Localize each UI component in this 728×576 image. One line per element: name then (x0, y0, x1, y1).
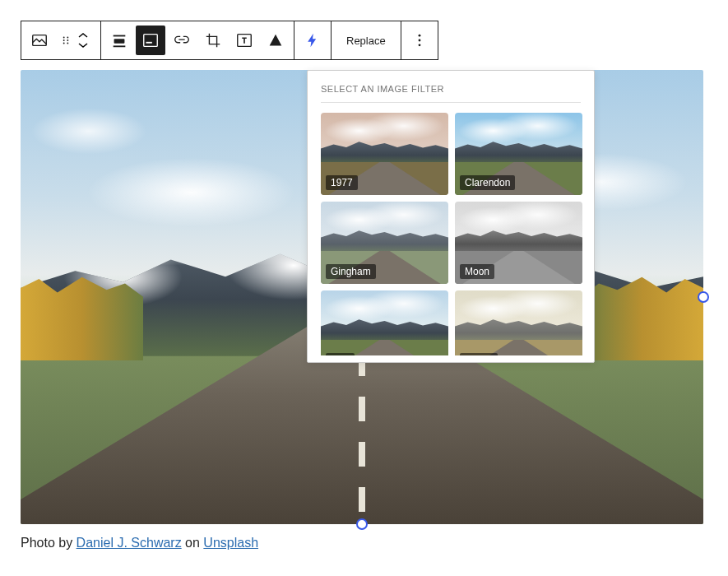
toolbar-group-filter (294, 21, 332, 59)
drag-handle[interactable] (56, 26, 76, 55)
filter-popover: Select an image filter 1977 Clarendon (307, 70, 595, 363)
drag-icon (60, 35, 72, 46)
filter-label: Gingham (326, 264, 376, 279)
svg-point-5 (63, 43, 65, 44)
svg-point-3 (63, 39, 65, 41)
filter-option-clarendon[interactable]: Clarendon (455, 113, 582, 195)
text-overlay-icon (235, 31, 253, 49)
popover-title: Select an image filter (321, 84, 581, 103)
text-overlay-button[interactable] (230, 26, 259, 55)
crop-icon (204, 31, 222, 49)
toolbar-group-more (401, 21, 438, 59)
filter-label: 1977 (326, 175, 358, 190)
svg-rect-9 (114, 45, 126, 47)
caption-text-middle: on (182, 536, 204, 550)
svg-rect-10 (144, 35, 158, 47)
svg-point-4 (67, 39, 68, 41)
filter-option-moon[interactable]: Moon (455, 202, 582, 284)
bolt-icon (304, 32, 321, 49)
svg-point-2 (67, 37, 68, 39)
image-icon (30, 31, 49, 49)
resize-handle-right[interactable] (698, 291, 709, 303)
caption-author-link[interactable]: Daniel J. Schwarz (77, 536, 182, 550)
resize-handle-bottom[interactable] (356, 518, 368, 530)
toolbar-group-replace: Replace (332, 21, 401, 59)
caption-icon (141, 31, 160, 49)
block-mover[interactable] (77, 26, 97, 55)
filter-option-lark[interactable]: Lark (321, 290, 448, 355)
filter-label: Lark (326, 353, 355, 355)
block-toolbar: Replace (21, 21, 438, 60)
duotone-icon (267, 31, 285, 49)
duotone-button[interactable] (261, 26, 290, 55)
filter-grid: 1977 Clarendon Gingham (321, 113, 582, 355)
filter-thumb (455, 290, 582, 355)
block-type-image-button[interactable] (25, 26, 54, 55)
toolbar-group-align (101, 21, 294, 59)
link-icon (173, 31, 191, 49)
filter-scroll[interactable]: 1977 Clarendon Gingham (321, 113, 587, 355)
svg-point-15 (418, 44, 420, 46)
more-options-button[interactable] (405, 26, 434, 55)
svg-rect-11 (146, 42, 152, 44)
caption-source-link[interactable]: Unsplash (203, 536, 258, 550)
filter-button[interactable] (298, 26, 327, 55)
chevron-down-icon (77, 42, 97, 49)
filter-label: Moon (460, 264, 494, 279)
filter-label: Clarendon (460, 175, 515, 190)
crop-button[interactable] (198, 26, 228, 55)
svg-rect-7 (114, 35, 126, 37)
chevron-up-icon (77, 32, 97, 39)
align-button[interactable] (104, 26, 134, 55)
caption-button[interactable] (136, 26, 165, 55)
image-block: Select an image filter 1977 Clarendon (21, 70, 703, 524)
filter-thumb (321, 290, 448, 355)
caption-text-prefix: Photo by (21, 536, 77, 550)
svg-point-13 (418, 35, 420, 37)
align-icon (110, 31, 128, 49)
filter-option-gingham[interactable]: Gingham (321, 202, 448, 284)
filter-option-1977[interactable]: 1977 (321, 113, 448, 195)
svg-point-1 (63, 37, 65, 39)
image-caption[interactable]: Photo by Daniel J. Schwarz on Unsplash (21, 536, 707, 550)
svg-rect-8 (114, 39, 125, 44)
replace-button[interactable]: Replace (335, 21, 397, 60)
filter-option-reyes[interactable]: Reyes (455, 290, 582, 355)
toolbar-group-block (21, 21, 101, 59)
link-button[interactable] (167, 26, 197, 55)
more-vertical-icon (411, 32, 428, 49)
svg-point-14 (418, 39, 420, 42)
svg-point-6 (67, 43, 68, 44)
filter-label: Reyes (460, 353, 498, 355)
